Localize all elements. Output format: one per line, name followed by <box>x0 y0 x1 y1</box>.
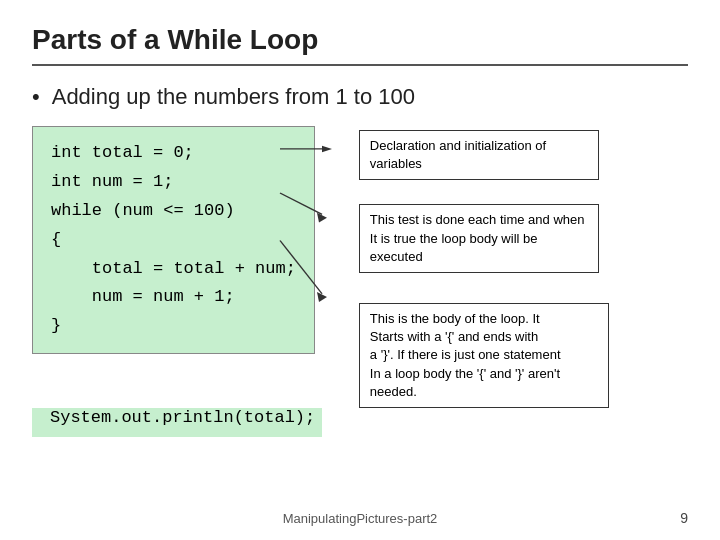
code-line-5: total = total + num; <box>51 255 296 284</box>
footer: ManipulatingPictures-part2 <box>0 511 720 526</box>
code-block: int total = 0; int num = 1; while (num <… <box>32 126 315 354</box>
annotation-declaration-text: Declaration and initialization of variab… <box>370 138 546 171</box>
code-line-3: while (num <= 100) <box>51 197 296 226</box>
annotation-body-line4: In a loop body the '{' and '}' aren't <box>370 365 598 383</box>
code-line-6: num = num + 1; <box>51 283 296 312</box>
annotation-body-line2: Starts with a '{' and ends with <box>370 328 598 346</box>
annotation-body-line1: This is the body of the loop. It <box>370 310 598 328</box>
code-line-1: int total = 0; <box>51 139 296 168</box>
code-line-2: int num = 1; <box>51 168 296 197</box>
annotation-test: This test is done each time and when It … <box>359 204 599 273</box>
code-line-4: { <box>51 226 296 255</box>
annotation-test-line2: It is true the loop body will be execute… <box>370 230 588 266</box>
annotation-body-line3: a '}'. If there is just one statement <box>370 346 598 364</box>
annotation-declaration: Declaration and initialization of variab… <box>359 130 599 180</box>
footer-page: 9 <box>680 510 688 526</box>
subtitle-text: Adding up the numbers from 1 to 100 <box>52 84 415 110</box>
annotation-test-line1: This test is done each time and when <box>370 211 588 229</box>
bullet-point: • <box>32 84 40 110</box>
slide: Parts of a While Loop • Adding up the nu… <box>0 0 720 540</box>
subtitle: • Adding up the numbers from 1 to 100 <box>32 84 688 110</box>
system-out-line: System.out.println(total); <box>32 408 322 437</box>
footer-center: ManipulatingPictures-part2 <box>283 511 438 526</box>
annotation-body-line5: needed. <box>370 383 598 401</box>
main-layout: int total = 0; int num = 1; while (num <… <box>32 126 688 437</box>
annotations-column: Declaration and initialization of variab… <box>359 126 688 408</box>
code-and-annotations: int total = 0; int num = 1; while (num <… <box>32 126 688 408</box>
slide-title: Parts of a While Loop <box>32 24 688 66</box>
code-line-7: } <box>51 312 296 341</box>
annotation-body: This is the body of the loop. It Starts … <box>359 303 609 408</box>
